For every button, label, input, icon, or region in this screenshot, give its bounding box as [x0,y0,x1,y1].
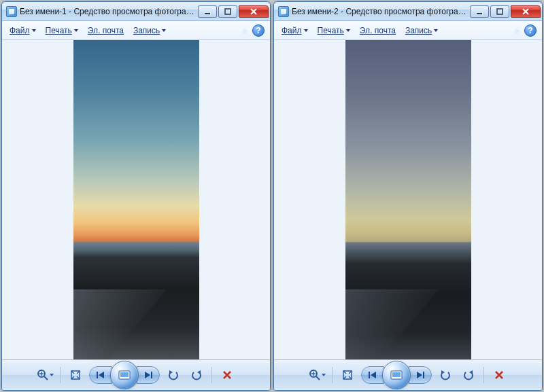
rotate-cw-icon [462,369,475,381]
chevron-down-icon [50,374,54,376]
svg-rect-10 [120,372,129,377]
separator [483,367,484,383]
maximize-button[interactable] [218,5,237,18]
separator [60,367,61,383]
svg-rect-12 [151,372,152,378]
menu-email[interactable]: Эл. почта [355,24,401,37]
svg-rect-22 [369,372,370,378]
menu-file[interactable]: Файл [5,24,41,37]
help-button[interactable]: ? [252,24,265,37]
svg-rect-25 [392,372,401,377]
previous-button[interactable] [89,366,112,384]
fit-to-window-button[interactable] [338,366,357,384]
bottom-toolbar [274,359,542,390]
slideshow-icon [390,370,403,380]
maximize-icon [224,8,231,15]
minimize-button[interactable] [198,5,217,18]
window-title: Без имени-1 - Средство просмотра фотогра… [20,7,197,16]
chevron-down-icon [162,29,166,32]
window-controls [469,5,541,18]
fit-icon [341,369,354,381]
next-button[interactable] [409,366,432,384]
slideshow-icon [118,370,131,380]
chevron-down-icon [304,29,308,32]
svg-marker-13 [169,370,173,374]
svg-marker-14 [197,370,201,374]
svg-rect-16 [497,9,503,14]
navigation-group [361,361,432,389]
bottom-toolbar [2,359,270,390]
rotate-ccw-icon [167,369,180,381]
minimize-icon [476,8,483,15]
chevron-down-icon [32,29,36,32]
window-title: Без имени-2 - Средство просмотра фотогра… [292,7,469,16]
rotate-cw-button[interactable] [187,366,206,384]
overflow-chevron-icon[interactable]: » [512,26,522,35]
menubar: Файл Печать Эл. почта Запись » ? [2,21,270,40]
titlebar[interactable]: Без имени-2 - Средство просмотра фотогра… [274,2,542,21]
rotate-cw-icon [190,369,203,381]
maximize-button[interactable] [490,5,509,18]
zoom-button[interactable] [35,366,54,384]
close-button[interactable] [239,5,269,18]
menu-burn[interactable]: Запись [129,24,171,37]
window-controls [197,5,269,18]
svg-line-18 [316,376,320,380]
close-icon [250,8,258,15]
close-button[interactable] [511,5,541,18]
prev-icon [96,371,105,379]
svg-marker-8 [99,372,104,378]
chevron-down-icon [74,29,78,32]
help-button[interactable]: ? [524,24,537,37]
next-icon [415,371,425,379]
minimize-button[interactable] [470,5,489,18]
maximize-icon [496,8,503,15]
svg-rect-27 [423,372,424,378]
rotate-ccw-button[interactable] [436,366,455,384]
chevron-down-icon [434,29,438,32]
svg-marker-26 [417,372,422,378]
slideshow-button[interactable] [110,361,139,389]
zoom-in-icon [37,369,49,381]
svg-marker-11 [145,372,150,378]
menu-email[interactable]: Эл. почта [83,24,129,37]
svg-line-3 [44,376,48,380]
app-icon [6,6,17,17]
rotate-cw-button[interactable] [459,366,478,384]
close-icon [522,8,530,15]
slideshow-button[interactable] [382,361,411,389]
menu-file[interactable]: Файл [277,24,313,37]
delete-button[interactable] [218,366,237,384]
zoom-button[interactable] [307,366,326,384]
delete-button[interactable] [490,366,509,384]
svg-rect-7 [97,372,98,378]
fit-to-window-button[interactable] [66,366,85,384]
delete-icon [494,370,505,380]
navigation-group [89,361,160,389]
chevron-down-icon [322,374,326,376]
rotate-ccw-icon [439,369,452,381]
separator [332,367,333,383]
displayed-image [345,40,471,359]
titlebar[interactable]: Без имени-1 - Средство просмотра фотогра… [2,2,270,21]
prev-icon [368,371,377,379]
image-viewport [274,40,542,359]
menu-print[interactable]: Печать [313,24,355,37]
svg-rect-0 [205,13,210,14]
menu-burn[interactable]: Запись [401,24,443,37]
previous-button[interactable] [361,366,384,384]
next-button[interactable] [137,366,160,384]
photo-viewer-window-1: Без имени-1 - Средство просмотра фотогра… [1,1,271,391]
svg-rect-15 [477,13,482,14]
svg-marker-29 [469,370,473,374]
menu-print[interactable]: Печать [41,24,83,37]
image-viewport [2,40,270,359]
rotate-ccw-button[interactable] [164,366,183,384]
separator [211,367,212,383]
app-icon [278,6,289,17]
next-icon [143,371,153,379]
overflow-chevron-icon[interactable]: » [240,26,250,35]
svg-rect-1 [225,9,231,14]
zoom-in-icon [309,369,321,381]
svg-marker-23 [371,372,376,378]
